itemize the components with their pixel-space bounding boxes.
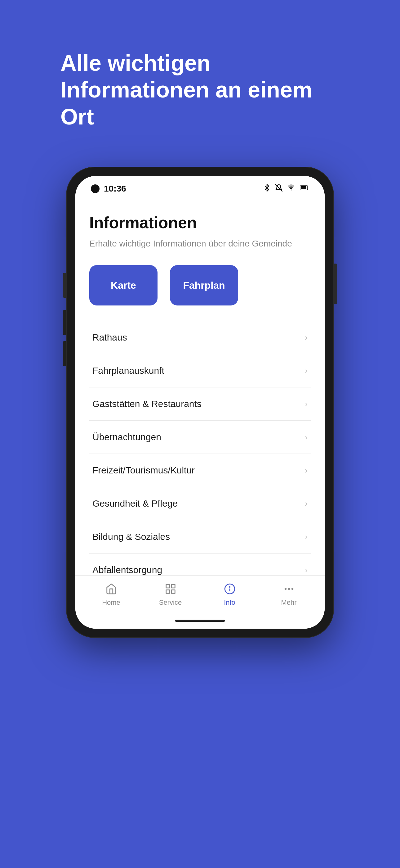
bluetooth-icon: [263, 184, 271, 193]
svg-point-12: [284, 588, 286, 590]
background: Alle wichtigen Informationen an einem Or…: [0, 0, 400, 868]
chevron-right-icon: ›: [305, 466, 308, 475]
camera-dot: [91, 184, 100, 193]
mehr-nav-icon: [282, 582, 296, 596]
karte-button[interactable]: Karte: [89, 265, 158, 306]
list-item-bildung[interactable]: Bildung & Soziales ›: [89, 520, 311, 554]
app-subtitle: Erhalte wichtige Informationen über dein…: [89, 238, 311, 250]
svg-rect-7: [171, 590, 175, 594]
list-item-uebernachtungen[interactable]: Übernachtungen ›: [89, 421, 311, 454]
chevron-right-icon: ›: [305, 565, 308, 575]
phone-frame: 10:36: [67, 167, 333, 637]
svg-point-14: [291, 588, 293, 590]
list-item-label: Rathaus: [92, 332, 127, 343]
list-item-fahrplan[interactable]: Fahrplanauskunft ›: [89, 354, 311, 388]
chevron-right-icon: ›: [305, 333, 308, 342]
nav-label-mehr: Mehr: [281, 598, 296, 607]
headline: Alle wichtigen Informationen an einem Or…: [61, 50, 339, 130]
status-time: 10:36: [91, 184, 126, 194]
home-bar: [175, 620, 225, 622]
list-item-abfall[interactable]: Abfallentsorgung ›: [89, 554, 311, 575]
bell-icon: [275, 184, 282, 193]
fahrplan-button[interactable]: Fahrplan: [170, 265, 238, 306]
svg-rect-8: [166, 590, 169, 594]
list-item-label: Fahrplanauskunft: [92, 365, 164, 376]
list-item-freizeit[interactable]: Freizeit/Tourismus/Kultur ›: [89, 454, 311, 487]
svg-line-0: [275, 184, 282, 191]
volume-button-1: [63, 310, 66, 335]
info-list: Rathaus › Fahrplanauskunft › Gaststätten…: [89, 321, 311, 575]
nav-item-mehr[interactable]: Mehr: [270, 582, 308, 607]
svg-rect-3: [301, 186, 306, 189]
nav-label-home: Home: [102, 598, 120, 607]
battery-icon: [300, 184, 309, 193]
home-indicator: [75, 616, 325, 629]
chevron-right-icon: ›: [305, 432, 308, 442]
nav-item-service[interactable]: Service: [152, 582, 189, 607]
list-item-label: Gesundheit & Pflege: [92, 498, 178, 509]
list-item-gaststaetten[interactable]: Gaststätten & Restaurants ›: [89, 388, 311, 421]
svg-rect-6: [171, 585, 175, 588]
list-item-label: Bildung & Soziales: [92, 531, 170, 542]
svg-point-1: [291, 190, 292, 191]
nav-label-service: Service: [159, 598, 182, 607]
app-content: Informationen Erhalte wichtige Informati…: [75, 198, 325, 575]
time-display: 10:36: [104, 184, 126, 194]
nav-item-home[interactable]: Home: [93, 582, 130, 607]
volume-button-2: [63, 341, 66, 366]
home-nav-icon: [104, 582, 119, 596]
phone-screen: 10:36: [75, 176, 325, 629]
svg-rect-5: [166, 585, 169, 588]
list-item-rathaus[interactable]: Rathaus ›: [89, 321, 311, 354]
list-item-label: Gaststätten & Restaurants: [92, 399, 202, 409]
nav-item-info[interactable]: Info: [211, 582, 248, 607]
bottom-nav: Home Service: [75, 575, 325, 616]
chevron-right-icon: ›: [305, 366, 308, 376]
service-nav-icon: [163, 582, 178, 596]
chevron-right-icon: ›: [305, 499, 308, 508]
list-item-label: Freizeit/Tourismus/Kultur: [92, 465, 195, 475]
status-icons: [263, 184, 309, 193]
list-item-label: Übernachtungen: [92, 432, 161, 442]
app-title: Informationen: [89, 213, 311, 232]
chevron-right-icon: ›: [305, 399, 308, 409]
action-buttons: Karte Fahrplan: [89, 265, 311, 306]
chevron-right-icon: ›: [305, 532, 308, 542]
list-item-gesundheit[interactable]: Gesundheit & Pflege ›: [89, 487, 311, 520]
wifi-icon: [287, 184, 296, 193]
status-bar: 10:36: [75, 176, 325, 198]
svg-point-13: [288, 588, 290, 590]
list-item-label: Abfallentsorgung: [92, 565, 162, 575]
info-nav-icon: [223, 582, 237, 596]
nav-label-info: Info: [224, 598, 235, 607]
phone-wrapper: 10:36: [67, 167, 333, 637]
